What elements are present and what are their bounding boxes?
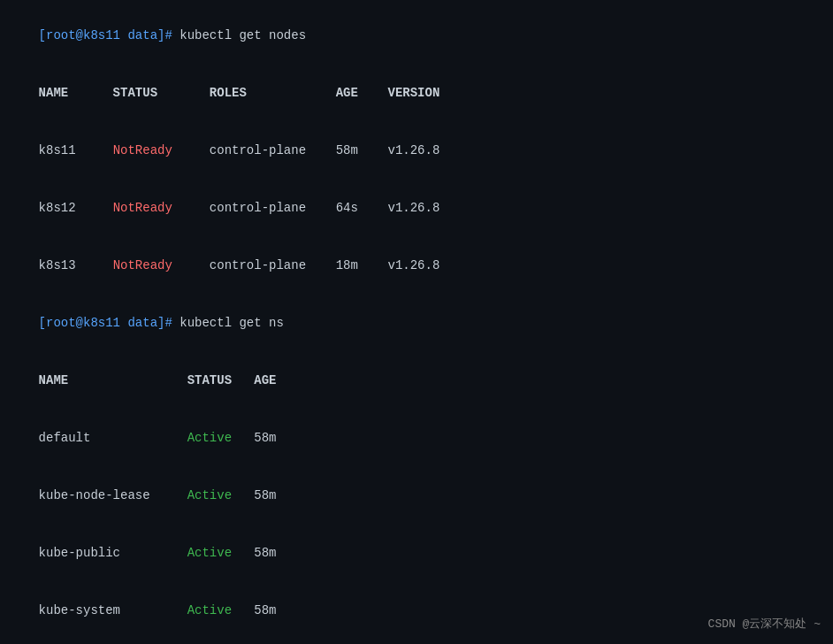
node-k8s12: k8s12 NotReady control-plane 64s v1.26.8 (9, 180, 824, 237)
cmd-2: kubectl get ns (172, 316, 284, 330)
line-get-ns: [root@k8s11 data]# kubectl get ns (9, 295, 824, 352)
ns-header: NAME STATUS AGE (9, 352, 824, 410)
node-k8s11: k8s11 NotReady control-plane 58m v1.26.8 (9, 122, 824, 180)
line-get-pods: [root@k8s11 data]# kubectl get pods -n k… (9, 640, 824, 644)
ns-kube-system: kube-system Active 58m (9, 583, 824, 640)
ns-kube-public: kube-public Active 58m (9, 525, 824, 583)
prompt-2: [root@k8s11 data]# (39, 316, 172, 330)
terminal: [root@k8s11 data]# kubectl get nodes NAM… (0, 0, 833, 644)
ns-kube-node-lease: kube-node-lease Active 58m (9, 468, 824, 525)
prompt-1: [root@k8s11 data]# (39, 28, 172, 42)
ns-default: default Active 58m (9, 410, 824, 467)
nodes-header: NAME STATUS ROLES AGE VERSION (9, 65, 824, 122)
cmd-1: kubectl get nodes (172, 28, 306, 42)
line-1: [root@k8s11 data]# kubectl get nodes (9, 7, 824, 65)
node-k8s13: k8s13 NotReady control-plane 18m v1.26.8 (9, 237, 824, 295)
watermark: CSDN @云深不知处 ~ (708, 616, 821, 632)
